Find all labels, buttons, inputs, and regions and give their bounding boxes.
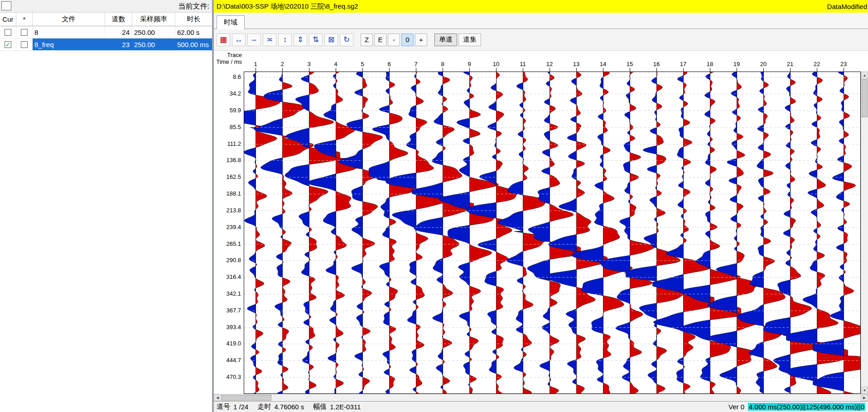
data-modified-badge: DataModified [827, 3, 868, 10]
time-tick-label: 8.6 [218, 73, 241, 80]
amplitude-status-value: 1.2E-0311 [330, 403, 361, 411]
trace-tick-mark [737, 68, 737, 72]
time-tick-label: 444.7 [218, 357, 241, 364]
toolbar-zoom-group: ZE-0+ [361, 34, 427, 46]
tab-time-domain[interactable]: 时域 [217, 15, 245, 29]
axis-corner-labels: Trace Time / ms [214, 52, 242, 65]
column-header-rate[interactable]: 采样频率 [132, 13, 175, 26]
plot-body: 8.634.259.985.5111.2136.8162.5188.1213.8… [214, 72, 868, 394]
file-row[interactable]: 8 24 250.00 62.00 s [0, 26, 212, 38]
cur-checkbox[interactable]: ✓ [5, 41, 11, 48]
trace-tick-mark [844, 68, 844, 72]
time-tick-label: 316.4 [218, 273, 241, 280]
trace-number-label: 19 [731, 61, 743, 67]
trace-number-status-value: 1 /24 [233, 403, 248, 411]
scroll-down-icon[interactable]: ▼ [861, 387, 868, 394]
toolbar-icon-group: ▦↔⇔≍↕⇕⇅⊠↻ [217, 34, 353, 46]
panel-corner-button[interactable] [1, 1, 11, 10]
column-header-duration[interactable]: 时长 [175, 13, 212, 26]
shrink-height-icon[interactable]: ⇅ [309, 34, 323, 46]
column-header-file[interactable]: 文件 [33, 13, 105, 26]
trace-number-label: 2 [276, 61, 288, 67]
trace-tick-mark [550, 68, 550, 72]
trace-tick-mark [282, 68, 283, 72]
trace-number-label: 8 [437, 61, 448, 67]
trace-tick-mark [256, 68, 256, 72]
horizontal-scrollbar[interactable]: ◀ ▶ [214, 394, 868, 401]
time-tick-label: 419.0 [218, 340, 241, 347]
expand-width-icon[interactable]: ⇔ [247, 34, 261, 46]
trace-number-label: 7 [410, 61, 422, 67]
duration-cell: 500.00 ms [175, 38, 212, 50]
plot-toolbar: ▦↔⇔≍↕⇕⇅⊠↻ ZE-0+ 单道道集 [214, 29, 868, 51]
file-table-header: Cur * 文件 道数 采样频率 时长 [0, 13, 212, 26]
trace-number-label: 12 [544, 61, 555, 67]
fit-width-icon[interactable]: ↔ [232, 34, 246, 46]
star-checkbox[interactable] [21, 29, 28, 36]
seismic-wiggle-canvas[interactable] [244, 72, 861, 394]
trace-number-label: 15 [624, 61, 636, 67]
amplitude-status-label: 幅值 [313, 402, 327, 411]
column-header-star[interactable]: * [16, 13, 33, 26]
trace-number-label: 10 [490, 61, 502, 67]
trace-tick-mark [496, 68, 497, 72]
time-tick-label: 188.1 [218, 190, 241, 197]
time-tick-label: 136.8 [218, 157, 241, 163]
trace-number-label: 4 [330, 61, 342, 67]
time-tick-label: 367.7 [218, 307, 241, 314]
wiggle-settings-icon[interactable]: ▦ [217, 34, 230, 46]
file-row-selected[interactable]: ✓ 8_freq 23 250.00 500.00 ms [0, 38, 212, 51]
trace-number-label: 21 [784, 61, 796, 67]
gather-button[interactable]: 道集 [458, 34, 481, 46]
vertical-scrollbar[interactable]: ▲ ▼ [861, 72, 868, 394]
zoom-minus-button[interactable]: - [388, 34, 400, 46]
trace-axis-label: Trace [214, 52, 242, 58]
time-axis-label: Time / ms [214, 58, 242, 65]
trace-tick-mark [443, 68, 443, 72]
trace-tick-mark [336, 68, 336, 72]
horizontal-scroll-thumb[interactable] [222, 395, 271, 401]
single-trace-button[interactable]: 单道 [434, 34, 457, 46]
shrink-width-icon[interactable]: ≍ [263, 34, 276, 46]
trace-tick-mark [603, 68, 603, 72]
travel-time-status-label: 走时 [257, 402, 271, 411]
trace-tick-mark [656, 68, 657, 72]
sampling-status-group: Ver 0 4.000 ms(250.00)||125(496.000 ms)|… [728, 403, 865, 411]
time-tick-label: 470.3 [218, 374, 241, 380]
trace-tick-mark [683, 68, 684, 72]
trace-count-cell: 24 [105, 26, 132, 38]
column-header-traces[interactable]: 道数 [105, 13, 132, 26]
file-list-panel: 当前文件: Cur * 文件 道数 采样频率 时长 8 24 250.00 62… [0, 0, 212, 412]
zoom-plus-button[interactable]: + [415, 34, 427, 46]
trace-number-label: 13 [570, 61, 582, 67]
trace-number-label: 14 [597, 61, 609, 67]
cur-checkbox[interactable] [5, 29, 11, 36]
time-tick-label: 342.1 [218, 290, 241, 297]
fit-height-icon[interactable]: ↕ [278, 34, 292, 46]
trace-tick-mark [309, 68, 309, 72]
file-name-cell[interactable]: 8 [33, 26, 105, 38]
zoom-z-button[interactable]: Z [361, 34, 373, 46]
trace-tick-mark [630, 68, 630, 72]
trace-tick-mark [523, 68, 523, 72]
refresh-view-icon[interactable]: ↻ [340, 34, 353, 46]
trace-number-status-label: 道号 [217, 402, 230, 411]
trace-number-label: 23 [838, 61, 849, 67]
time-tick-label: 393.4 [218, 324, 241, 331]
file-name-cell[interactable]: 8_freq [33, 38, 105, 50]
vertical-scroll-thumb[interactable] [862, 79, 868, 117]
trace-tick-mark [710, 68, 710, 72]
expand-height-icon[interactable]: ⇕ [294, 34, 307, 46]
scroll-up-icon[interactable]: ▲ [861, 72, 868, 79]
time-tick-label: 59.9 [218, 107, 241, 114]
star-checkbox[interactable] [21, 41, 28, 48]
file-table: Cur * 文件 道数 采样频率 时长 8 24 250.00 62.00 s … [0, 13, 212, 51]
zoom-e-button[interactable]: E [374, 34, 386, 46]
version-label: Ver 0 [728, 403, 744, 411]
sample-rate-cell: 250.00 [132, 26, 175, 38]
zoom-reset-button[interactable]: 0 [401, 34, 414, 46]
column-header-cur[interactable]: Cur [0, 13, 16, 26]
scroll-right-icon[interactable]: ▶ [861, 394, 868, 401]
close-view-icon[interactable]: ⊠ [324, 34, 338, 46]
scroll-left-icon[interactable]: ◀ [214, 394, 221, 401]
